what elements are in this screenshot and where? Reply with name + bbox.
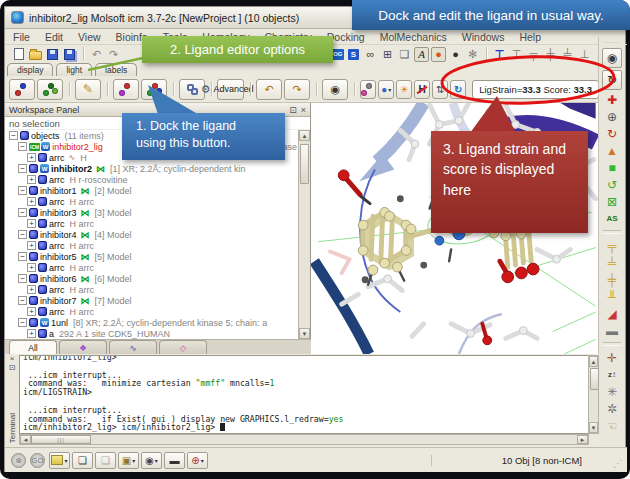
collapse-icon[interactable]: − [18, 230, 27, 239]
menu-view[interactable]: View [78, 31, 101, 43]
hand-icon[interactable]: ☜ [607, 417, 618, 434]
movie-icon[interactable]: ▬ [164, 452, 185, 469]
ligand-tools[interactable] [113, 79, 139, 100]
tree-row-inhibitor5[interactable]: −inhibitor5⋈[5] Model [5, 251, 299, 262]
window-split-icon[interactable]: ❏ [95, 452, 116, 469]
clip-near-icon[interactable]: ╤ [608, 237, 617, 254]
menu-molmechanics[interactable]: MolMechanics [380, 31, 447, 43]
tool-probe[interactable] [360, 80, 376, 99]
tree-row-inhibitor4[interactable]: −inhibitor4⋈[4] Model [5, 229, 299, 240]
expand-icon[interactable]: + [27, 307, 36, 316]
term-scroll-right-icon[interactable]: ► [577, 435, 588, 444]
collapse-icon[interactable]: − [18, 142, 27, 151]
clip-bottom-icon[interactable]: ⊥ [577, 47, 592, 62]
select-sphere-icon[interactable]: ↺ [607, 176, 617, 193]
translate-mode-icon[interactable]: ✚ [607, 91, 617, 108]
color-zoom-icon[interactable]: ⊕▾ [187, 452, 208, 469]
tree-row-arrc[interactable]: +arrcH r-roscovitine [5, 174, 299, 185]
new-file-icon[interactable] [11, 47, 26, 62]
wand-icon[interactable]: ✻ [465, 47, 480, 62]
menu-file[interactable]: File [13, 31, 30, 43]
image-store-icon[interactable]: ▾ [49, 452, 70, 469]
window-single-icon[interactable]: ❏ [72, 452, 93, 469]
unselect-icon[interactable]: ⊠ [607, 193, 617, 210]
expand-icon[interactable]: + [27, 285, 36, 294]
clip-blue-icon[interactable]: ⊤ [492, 47, 507, 62]
tab-light[interactable]: light [56, 63, 92, 76]
tree-row-arrc[interactable]: +arrcH arrc [5, 218, 299, 229]
terminal-vscrollbar[interactable]: ▲ ▼ [588, 355, 599, 434]
rotate-z-mode-icon[interactable]: ↻ [607, 125, 617, 142]
tree-row-inhibitor1[interactable]: −inhibitor1⋈[2] Model [5, 185, 299, 196]
toggle-hydrogens[interactable]: H [414, 80, 430, 99]
clip-slab-icon[interactable]: ╪ [608, 271, 617, 288]
tab-tables[interactable]: ❖ [59, 340, 107, 354]
tab-chemical[interactable]: ◇ [159, 340, 207, 354]
tree-row-arrc[interactable]: +arrcH arrc [5, 306, 299, 317]
center-ligand[interactable]: ◉ [322, 79, 348, 100]
atom-select-icon[interactable]: AS [606, 210, 617, 227]
membrane-icon[interactable]: ▬ [606, 322, 618, 339]
label-atoms-icon[interactable]: A [414, 47, 429, 62]
tool-refresh[interactable]: ↻ [450, 80, 466, 99]
expand-icon[interactable]: + [27, 241, 36, 250]
tree-row-arrc[interactable]: +arrcH arrc [5, 284, 299, 295]
menu-help[interactable]: Help [519, 31, 541, 43]
scroll-thumb[interactable] [300, 144, 309, 184]
tool-display-menu[interactable]: ●▾ [378, 80, 394, 99]
dark-sphere-icon[interactable]: ● [448, 47, 463, 62]
z-shift-icon[interactable]: z↕ [608, 366, 616, 383]
binoculars-icon[interactable]: ∞ [363, 47, 378, 62]
tile-windows-icon[interactable]: ⊞ [380, 47, 395, 62]
terminal-input[interactable]: icm/inhibitor2_lig> ...icm interrupt... … [19, 355, 589, 434]
tree-row-1unl[interactable]: −W1unl[8] XR; 2.2Å; cyclin-dependent kin… [5, 317, 299, 328]
close-panel-icon[interactable]: × [301, 105, 306, 115]
advanced-menu[interactable]: ⚙Advanced▾ [217, 79, 244, 100]
term-scroll-down-icon[interactable]: ▼ [589, 422, 598, 433]
rotate-mode-icon[interactable]: ↻ [602, 70, 622, 90]
clip-far-icon[interactable]: ╧ [608, 254, 617, 271]
tree-row-arrc[interactable]: +arrcH arrc [5, 196, 299, 207]
clip-mid-icon[interactable]: ╪ [543, 47, 558, 62]
terminal-hscrollbar[interactable]: ◄ ||| ► [19, 434, 589, 445]
tool-swap[interactable]: ⇅ [432, 80, 448, 99]
save-file-icon[interactable] [45, 47, 60, 62]
zoom-mode-icon[interactable]: ⊕ [607, 108, 617, 125]
menu-windows[interactable]: Windows [462, 31, 505, 43]
collapse-icon[interactable]: − [18, 274, 27, 283]
expand-icon[interactable]: + [27, 175, 36, 184]
scroll-down-icon[interactable]: ▼ [299, 328, 310, 339]
term-hscroll-thumb[interactable]: ||| [31, 435, 91, 444]
float-panel-icon[interactable]: ⊡ [289, 105, 297, 115]
expand-icon[interactable]: + [27, 329, 36, 338]
center-view-icon[interactable]: ◉ [602, 48, 622, 68]
stop-icon[interactable]: ⊗ [11, 453, 26, 468]
copy-image-icon[interactable]: ❏ [397, 47, 412, 62]
orange-sphere-icon[interactable]: ● [431, 47, 446, 62]
dock-ligand[interactable] [141, 79, 167, 100]
tree-row-inhibitor3[interactable]: −inhibitor3⋈[3] Model [5, 207, 299, 218]
expand-icon[interactable]: + [27, 153, 36, 162]
tab-labels[interactable]: labels [95, 63, 137, 76]
collapse-icon[interactable]: − [18, 186, 27, 195]
expand-icon[interactable]: + [27, 219, 36, 228]
save-all-icon[interactable] [62, 47, 77, 62]
redo-icon[interactable]: ↷ [106, 47, 121, 62]
select-box-icon[interactable]: ■ [608, 159, 615, 176]
sparkle-icon[interactable]: ✳ [607, 383, 617, 400]
camera-icon[interactable]: ◉▾ [141, 452, 162, 469]
scroll-up-icon[interactable]: ▲ [299, 130, 310, 141]
expand-icon[interactable]: + [27, 197, 36, 206]
edit-ligand-pencil[interactable]: ✎ [75, 79, 101, 100]
expand-icon[interactable]: + [27, 263, 36, 272]
depth-cue-icon[interactable]: ◢ [607, 305, 616, 322]
undo-edit[interactable]: ↶ [256, 79, 282, 100]
tab-display[interactable]: display [7, 63, 53, 76]
open-file-icon[interactable] [28, 47, 43, 62]
tab-alignments[interactable]: ∿ [109, 340, 157, 354]
tool-minimize[interactable]: ☀ [396, 80, 412, 99]
clip-reset-icon[interactable]: ╨ [608, 288, 617, 305]
ligand-display-1[interactable] [9, 79, 35, 100]
tree-row-arrc[interactable]: +arrcH arrc [5, 262, 299, 273]
workspace-scrollbar[interactable]: ▲ ▼ [298, 130, 310, 339]
